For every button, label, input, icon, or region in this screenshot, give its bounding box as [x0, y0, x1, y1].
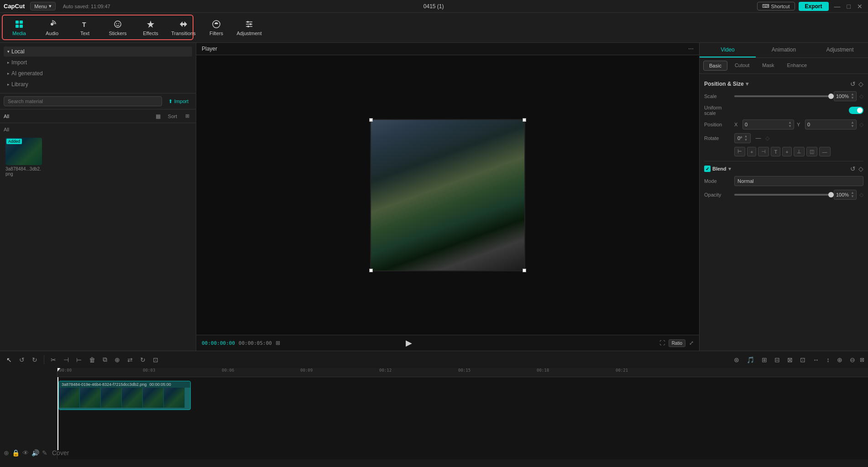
toolbar-effects[interactable]: Effects: [135, 15, 166, 41]
opacity-steppers[interactable]: ▲▼: [851, 191, 854, 198]
x-steppers[interactable]: ▲▼: [788, 121, 792, 128]
align-fill-button[interactable]: —: [819, 147, 831, 156]
toolbar-adjustment[interactable]: Adjustment: [234, 15, 265, 41]
align-left-button[interactable]: ⊢: [734, 147, 745, 156]
toolbar-text[interactable]: T Text: [69, 15, 100, 41]
nav-ai-generated[interactable]: AI generated: [4, 68, 192, 78]
add-track-icon[interactable]: ⊕: [4, 449, 9, 457]
reset-icon[interactable]: ↺: [850, 80, 856, 88]
align-center-h-button[interactable]: +: [747, 147, 756, 156]
rotate-keyframe-icon[interactable]: ◇: [765, 135, 769, 141]
resize-handle-bl[interactable]: [369, 269, 373, 272]
clip-btn-3[interactable]: ⊠: [784, 354, 795, 365]
opacity-slider[interactable]: [734, 194, 831, 196]
crop-button[interactable]: ⊡: [150, 354, 161, 365]
timeline-clip[interactable]: 3a878484-019e-46b4-8324-f7215dcc3db2.png…: [58, 381, 191, 410]
split-button[interactable]: ✂: [48, 354, 59, 365]
uniform-scale-toggle[interactable]: [849, 107, 863, 114]
timeline-grid-icon[interactable]: ⊞: [276, 340, 280, 346]
clip-btn-6[interactable]: ↕: [824, 354, 832, 365]
delete-button[interactable]: 🗑: [86, 354, 98, 365]
search-input[interactable]: [4, 96, 162, 106]
position-keyframe-icon[interactable]: ◇: [859, 121, 863, 128]
align-fit-button[interactable]: ◫: [806, 147, 817, 156]
copy-button[interactable]: ⧉: [100, 354, 110, 365]
toolbar-audio[interactable]: Audio: [37, 15, 68, 41]
loop-button[interactable]: ↻: [137, 354, 148, 365]
blend-expand-icon[interactable]: ▾: [728, 166, 731, 172]
resize-handle-br[interactable]: [523, 269, 526, 272]
grid-view-icon[interactable]: ▦: [154, 112, 162, 120]
x-value[interactable]: 0 ▲▼: [743, 119, 794, 130]
nav-local[interactable]: Local: [4, 47, 192, 57]
align-top-button[interactable]: T: [771, 147, 780, 156]
toolbar-transitions[interactable]: Transitions: [168, 15, 199, 41]
tab-animation[interactable]: Animation: [756, 43, 812, 57]
rotate-value[interactable]: 0° ▲▼: [734, 133, 751, 143]
clip-btn-5[interactable]: ↔: [810, 354, 822, 365]
magnet-button[interactable]: ⊛: [731, 354, 742, 365]
clip-btn-2[interactable]: ⊟: [772, 354, 783, 365]
subtab-cutout[interactable]: Cutout: [729, 61, 755, 71]
toolbar-filters[interactable]: Filters: [201, 15, 232, 41]
tab-adjustment[interactable]: Adjustment: [812, 43, 868, 57]
trim-end-button[interactable]: ⊢: [73, 354, 84, 365]
media-item[interactable]: Added 3a878484...3db2.png: [5, 138, 42, 176]
minimize-button[interactable]: —: [832, 3, 842, 10]
resize-handle-tl[interactable]: [369, 118, 373, 122]
cover-tool-icon[interactable]: ✎: [42, 449, 47, 457]
resize-handle-tr[interactable]: [523, 118, 526, 122]
clip-btn-1[interactable]: ⊞: [759, 354, 770, 365]
close-button[interactable]: ✕: [855, 3, 864, 10]
align-bottom-button[interactable]: ⊥: [794, 147, 805, 156]
timeline-main[interactable]: 00:00 00:03 00:06 00:09 00:12 00:15 00:1…: [58, 368, 868, 459]
blend-mode-select[interactable]: Normal: [734, 176, 863, 186]
hide-icon[interactable]: 👁: [22, 449, 29, 457]
menu-button[interactable]: Menu ▾: [30, 2, 56, 10]
trim-start-button[interactable]: ⊣: [61, 354, 72, 365]
scale-keyframe-icon[interactable]: ◇: [859, 93, 863, 99]
paste-button[interactable]: ⊕: [112, 354, 123, 365]
mute-icon[interactable]: 🔊: [31, 449, 39, 457]
import-button[interactable]: ⬆ Import: [165, 97, 192, 106]
keyframe-icon[interactable]: ◇: [858, 80, 863, 88]
subtab-basic[interactable]: Basic: [703, 61, 727, 71]
rotate-link-icon[interactable]: —: [755, 135, 761, 141]
opacity-keyframe-icon[interactable]: ◇: [859, 192, 863, 198]
blend-reset-icon[interactable]: ↺: [850, 165, 856, 172]
timeline-end-icon[interactable]: ⊠: [860, 357, 864, 363]
scale-steppers[interactable]: ▲▼: [851, 93, 854, 100]
align-center-v-button[interactable]: +: [782, 147, 791, 156]
tab-video[interactable]: Video: [700, 43, 756, 57]
rotate-steppers[interactable]: ▲▼: [744, 135, 748, 142]
blend-keyframe-icon[interactable]: ◇: [858, 165, 863, 172]
toolbar-media[interactable]: Media: [4, 15, 35, 41]
sort-button[interactable]: Sort: [165, 112, 180, 121]
zoom-out-button[interactable]: ⊖: [847, 354, 858, 365]
y-value[interactable]: 0 ▲▼: [805, 119, 857, 130]
export-button[interactable]: Export: [799, 2, 829, 11]
redo-button[interactable]: ↻: [29, 354, 40, 365]
select-tool[interactable]: ↖: [4, 354, 15, 365]
audio-button[interactable]: 🎵: [744, 354, 757, 365]
play-button[interactable]: ▶: [406, 338, 412, 348]
subtab-mask[interactable]: Mask: [757, 61, 779, 71]
expand-section-icon[interactable]: ▾: [746, 81, 748, 87]
nav-import[interactable]: Import: [4, 57, 192, 67]
scale-slider[interactable]: [734, 95, 831, 97]
zoom-in-button[interactable]: ⊕: [834, 354, 845, 365]
nav-library[interactable]: Library: [4, 79, 192, 89]
shortcut-button[interactable]: ⌨ Shortcut: [757, 2, 795, 10]
all-filter-label[interactable]: All: [4, 114, 9, 119]
expand-icon[interactable]: ⤢: [689, 340, 694, 346]
opacity-value[interactable]: 100% ▲▼: [834, 190, 857, 200]
filter-button[interactable]: ⊞: [183, 111, 192, 121]
y-steppers[interactable]: ▲▼: [851, 121, 854, 128]
subtab-enhance[interactable]: Enhance: [782, 61, 812, 71]
align-right-button[interactable]: ⊣: [758, 147, 769, 156]
player-menu-icon[interactable]: ⋯: [688, 46, 694, 52]
toolbar-stickers[interactable]: Stickers: [102, 15, 133, 41]
fullscreen-icon[interactable]: ⛶: [659, 340, 665, 346]
lock-icon[interactable]: 🔒: [12, 449, 20, 457]
ratio-button[interactable]: Ratio: [669, 339, 685, 347]
